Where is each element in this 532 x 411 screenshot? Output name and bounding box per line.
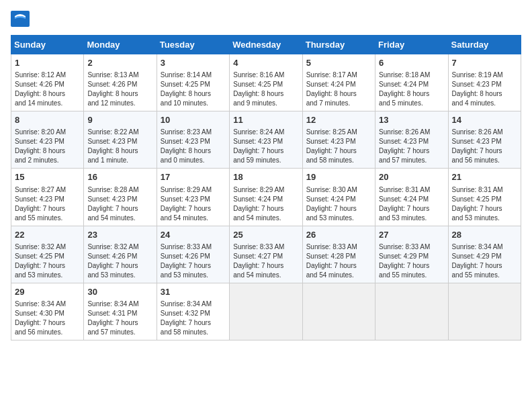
calendar-cell: 22Sunrise: 8:32 AM Sunset: 4:25 PM Dayli… bbox=[11, 226, 84, 283]
day-info: Sunrise: 8:23 AM Sunset: 4:23 PM Dayligh… bbox=[161, 128, 226, 165]
day-info: Sunrise: 8:12 AM Sunset: 4:26 PM Dayligh… bbox=[15, 71, 80, 108]
day-number: 19 bbox=[306, 171, 371, 183]
day-number: 9 bbox=[87, 114, 152, 126]
day-info: Sunrise: 8:32 AM Sunset: 4:26 PM Dayligh… bbox=[87, 242, 152, 280]
calendar-cell: 3Sunrise: 8:14 AM Sunset: 4:25 PM Daylig… bbox=[157, 54, 229, 111]
day-number: 8 bbox=[15, 114, 80, 126]
day-number: 30 bbox=[87, 286, 152, 298]
day-info: Sunrise: 8:19 AM Sunset: 4:23 PM Dayligh… bbox=[452, 71, 517, 108]
calendar-cell: 29Sunrise: 8:34 AM Sunset: 4:30 PM Dayli… bbox=[11, 283, 84, 340]
calendar-cell: 20Sunrise: 8:31 AM Sunset: 4:24 PM Dayli… bbox=[375, 169, 448, 226]
day-number: 25 bbox=[233, 229, 298, 241]
day-info: Sunrise: 8:34 AM Sunset: 4:32 PM Dayligh… bbox=[161, 300, 226, 337]
day-number: 15 bbox=[15, 171, 80, 183]
day-info: Sunrise: 8:33 AM Sunset: 4:28 PM Dayligh… bbox=[306, 242, 371, 280]
weekday-wednesday: Wednesday bbox=[230, 36, 302, 54]
day-info: Sunrise: 8:28 AM Sunset: 4:23 PM Dayligh… bbox=[87, 185, 152, 223]
day-info: Sunrise: 8:26 AM Sunset: 4:23 PM Dayligh… bbox=[379, 128, 444, 165]
day-info: Sunrise: 8:26 AM Sunset: 4:23 PM Dayligh… bbox=[452, 128, 517, 165]
calendar-cell: 4Sunrise: 8:16 AM Sunset: 4:25 PM Daylig… bbox=[230, 54, 302, 111]
day-number: 27 bbox=[379, 229, 444, 241]
day-number: 3 bbox=[161, 57, 226, 69]
calendar-week-1: 1Sunrise: 8:12 AM Sunset: 4:26 PM Daylig… bbox=[11, 54, 521, 111]
calendar-cell: 27Sunrise: 8:33 AM Sunset: 4:29 PM Dayli… bbox=[375, 226, 448, 283]
weekday-sunday: Sunday bbox=[11, 36, 84, 54]
day-info: Sunrise: 8:24 AM Sunset: 4:23 PM Dayligh… bbox=[233, 128, 298, 165]
day-number: 21 bbox=[452, 171, 517, 183]
calendar-week-4: 22Sunrise: 8:32 AM Sunset: 4:25 PM Dayli… bbox=[11, 226, 521, 283]
calendar-cell: 14Sunrise: 8:26 AM Sunset: 4:23 PM Dayli… bbox=[448, 111, 521, 169]
calendar-cell: 18Sunrise: 8:29 AM Sunset: 4:24 PM Dayli… bbox=[230, 169, 302, 226]
calendar-cell: 16Sunrise: 8:28 AM Sunset: 4:23 PM Dayli… bbox=[84, 169, 157, 226]
calendar-cell: 10Sunrise: 8:23 AM Sunset: 4:23 PM Dayli… bbox=[157, 111, 229, 169]
calendar-cell: 7Sunrise: 8:19 AM Sunset: 4:23 PM Daylig… bbox=[448, 54, 521, 111]
page-header bbox=[11, 11, 521, 27]
calendar-cell bbox=[302, 283, 375, 340]
day-number: 22 bbox=[15, 229, 80, 241]
calendar-cell: 21Sunrise: 8:31 AM Sunset: 4:25 PM Dayli… bbox=[448, 169, 521, 226]
weekday-saturday: Saturday bbox=[448, 36, 521, 54]
day-info: Sunrise: 8:29 AM Sunset: 4:23 PM Dayligh… bbox=[161, 185, 226, 223]
weekday-monday: Monday bbox=[84, 36, 157, 54]
calendar-cell: 2Sunrise: 8:13 AM Sunset: 4:26 PM Daylig… bbox=[84, 54, 157, 111]
day-number: 12 bbox=[306, 114, 371, 126]
calendar-cell: 12Sunrise: 8:25 AM Sunset: 4:23 PM Dayli… bbox=[302, 111, 375, 169]
day-info: Sunrise: 8:33 AM Sunset: 4:27 PM Dayligh… bbox=[233, 242, 298, 280]
day-info: Sunrise: 8:33 AM Sunset: 4:29 PM Dayligh… bbox=[379, 242, 444, 280]
weekday-thursday: Thursday bbox=[302, 36, 375, 54]
calendar-cell: 25Sunrise: 8:33 AM Sunset: 4:27 PM Dayli… bbox=[230, 226, 302, 283]
calendar-table: SundayMondayTuesdayWednesdayThursdayFrid… bbox=[11, 35, 521, 340]
day-number: 23 bbox=[87, 229, 152, 241]
weekday-friday: Friday bbox=[375, 36, 448, 54]
calendar-cell: 26Sunrise: 8:33 AM Sunset: 4:28 PM Dayli… bbox=[302, 226, 375, 283]
calendar-body: 1Sunrise: 8:12 AM Sunset: 4:26 PM Daylig… bbox=[11, 54, 521, 340]
day-info: Sunrise: 8:34 AM Sunset: 4:31 PM Dayligh… bbox=[87, 300, 152, 337]
day-info: Sunrise: 8:34 AM Sunset: 4:30 PM Dayligh… bbox=[15, 300, 80, 337]
day-info: Sunrise: 8:33 AM Sunset: 4:26 PM Dayligh… bbox=[161, 242, 226, 280]
calendar-cell: 24Sunrise: 8:33 AM Sunset: 4:26 PM Dayli… bbox=[157, 226, 229, 283]
day-info: Sunrise: 8:25 AM Sunset: 4:23 PM Dayligh… bbox=[306, 128, 371, 165]
calendar-cell: 9Sunrise: 8:22 AM Sunset: 4:23 PM Daylig… bbox=[84, 111, 157, 169]
calendar-cell: 23Sunrise: 8:32 AM Sunset: 4:26 PM Dayli… bbox=[84, 226, 157, 283]
day-number: 31 bbox=[161, 286, 226, 298]
day-number: 18 bbox=[233, 171, 298, 183]
weekday-tuesday: Tuesday bbox=[157, 36, 229, 54]
day-info: Sunrise: 8:27 AM Sunset: 4:23 PM Dayligh… bbox=[15, 185, 80, 223]
weekday-header-row: SundayMondayTuesdayWednesdayThursdayFrid… bbox=[11, 36, 521, 54]
day-number: 2 bbox=[87, 57, 152, 69]
day-number: 11 bbox=[233, 114, 298, 126]
day-number: 26 bbox=[306, 229, 371, 241]
calendar-week-5: 29Sunrise: 8:34 AM Sunset: 4:30 PM Dayli… bbox=[11, 283, 521, 340]
day-number: 10 bbox=[161, 114, 226, 126]
day-number: 5 bbox=[306, 57, 371, 69]
day-number: 29 bbox=[15, 286, 80, 298]
calendar-cell bbox=[375, 283, 448, 340]
day-number: 17 bbox=[161, 171, 226, 183]
day-info: Sunrise: 8:29 AM Sunset: 4:24 PM Dayligh… bbox=[233, 185, 298, 223]
day-info: Sunrise: 8:34 AM Sunset: 4:29 PM Dayligh… bbox=[452, 242, 517, 280]
day-number: 16 bbox=[87, 171, 152, 183]
calendar-cell: 11Sunrise: 8:24 AM Sunset: 4:23 PM Dayli… bbox=[230, 111, 302, 169]
day-info: Sunrise: 8:16 AM Sunset: 4:25 PM Dayligh… bbox=[233, 71, 298, 108]
logo-icon bbox=[11, 11, 30, 27]
day-number: 14 bbox=[452, 114, 517, 126]
calendar-cell: 8Sunrise: 8:20 AM Sunset: 4:23 PM Daylig… bbox=[11, 111, 84, 169]
calendar-cell bbox=[448, 283, 521, 340]
calendar-cell: 19Sunrise: 8:30 AM Sunset: 4:24 PM Dayli… bbox=[302, 169, 375, 226]
calendar-cell: 17Sunrise: 8:29 AM Sunset: 4:23 PM Dayli… bbox=[157, 169, 229, 226]
calendar-cell: 5Sunrise: 8:17 AM Sunset: 4:24 PM Daylig… bbox=[302, 54, 375, 111]
day-info: Sunrise: 8:31 AM Sunset: 4:25 PM Dayligh… bbox=[452, 185, 517, 223]
day-number: 7 bbox=[452, 57, 517, 69]
calendar-cell: 13Sunrise: 8:26 AM Sunset: 4:23 PM Dayli… bbox=[375, 111, 448, 169]
day-number: 28 bbox=[452, 229, 517, 241]
day-info: Sunrise: 8:32 AM Sunset: 4:25 PM Dayligh… bbox=[15, 242, 80, 280]
calendar-week-3: 15Sunrise: 8:27 AM Sunset: 4:23 PM Dayli… bbox=[11, 169, 521, 226]
day-number: 13 bbox=[379, 114, 444, 126]
calendar-cell: 6Sunrise: 8:18 AM Sunset: 4:24 PM Daylig… bbox=[375, 54, 448, 111]
calendar-cell: 15Sunrise: 8:27 AM Sunset: 4:23 PM Dayli… bbox=[11, 169, 84, 226]
calendar-cell: 1Sunrise: 8:12 AM Sunset: 4:26 PM Daylig… bbox=[11, 54, 84, 111]
calendar-cell: 28Sunrise: 8:34 AM Sunset: 4:29 PM Dayli… bbox=[448, 226, 521, 283]
day-info: Sunrise: 8:30 AM Sunset: 4:24 PM Dayligh… bbox=[306, 185, 371, 223]
day-number: 1 bbox=[15, 57, 80, 69]
day-number: 4 bbox=[233, 57, 298, 69]
